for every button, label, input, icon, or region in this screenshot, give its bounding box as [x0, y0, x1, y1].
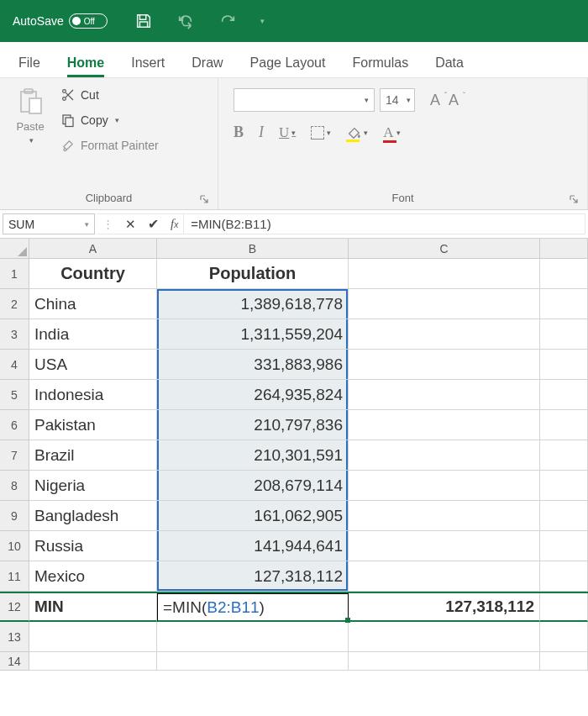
cell[interactable]: Mexico — [29, 561, 157, 592]
redo-button[interactable] — [218, 12, 237, 30]
cell[interactable] — [540, 531, 588, 561]
cell[interactable] — [29, 652, 157, 671]
row-header[interactable]: 14 — [0, 652, 29, 671]
cell[interactable] — [349, 622, 540, 652]
cell[interactable]: 1,389,618,778 — [157, 289, 349, 319]
row-header[interactable]: 5 — [0, 380, 29, 410]
row-header[interactable]: 12 — [0, 593, 29, 622]
save-button[interactable] — [134, 12, 153, 30]
row-header[interactable]: 13 — [0, 622, 29, 652]
tab-draw[interactable]: Draw — [192, 55, 223, 77]
cell[interactable] — [157, 652, 349, 671]
tab-file[interactable]: File — [18, 55, 40, 77]
cell[interactable]: 141,944,641 — [157, 531, 349, 561]
row-header[interactable]: 7 — [0, 440, 29, 471]
cell[interactable] — [540, 380, 588, 410]
cell[interactable] — [349, 561, 540, 592]
format-painter-button[interactable]: Format Painter — [57, 135, 162, 155]
tab-home[interactable]: Home — [67, 55, 104, 77]
cell[interactable] — [349, 440, 540, 471]
cell[interactable] — [540, 289, 588, 319]
cell[interactable] — [349, 380, 540, 410]
cell[interactable]: 331,883,986 — [157, 350, 349, 380]
cell[interactable] — [540, 319, 588, 350]
cell[interactable] — [349, 652, 540, 671]
copy-button[interactable]: Copy ▾ — [57, 110, 162, 130]
dialog-launcher-icon[interactable] — [199, 194, 209, 204]
underline-button[interactable]: U ▾ — [279, 124, 296, 141]
font-name-dropdown[interactable]: ▾ — [234, 88, 375, 112]
tab-formulas[interactable]: Formulas — [352, 55, 408, 77]
cell[interactable]: USA — [29, 350, 157, 380]
undo-button[interactable] — [176, 12, 195, 30]
cell[interactable] — [349, 531, 540, 561]
cell[interactable] — [157, 622, 349, 652]
cell[interactable]: Bangladesh — [29, 501, 157, 531]
cell[interactable] — [349, 471, 540, 501]
cell[interactable]: China — [29, 289, 157, 319]
spreadsheet-grid[interactable]: A B C 1 Country Population 2 China 1,389… — [0, 239, 588, 671]
cell[interactable] — [349, 501, 540, 531]
font-size-dropdown[interactable]: 14▾ — [380, 88, 415, 112]
cell[interactable] — [349, 289, 540, 319]
row-header[interactable]: 8 — [0, 471, 29, 501]
cell[interactable] — [349, 410, 540, 440]
row-header[interactable]: 3 — [0, 319, 29, 350]
insert-function-button[interactable]: fx — [171, 217, 178, 231]
cell[interactable]: 1,311,559,204 — [157, 319, 349, 350]
row-header[interactable]: 9 — [0, 501, 29, 531]
formula-input[interactable]: =MIN(B2:B11) — [184, 213, 585, 234]
autosave-toggle[interactable]: AutoSave Off — [13, 13, 108, 29]
bold-button[interactable]: B — [234, 124, 244, 141]
row-header[interactable]: 11 — [0, 561, 29, 592]
row-header[interactable]: 2 — [0, 289, 29, 319]
dialog-launcher-icon[interactable] — [569, 194, 579, 204]
cell[interactable]: Indonesia — [29, 380, 157, 410]
cell[interactable] — [540, 350, 588, 380]
cell[interactable]: 210,797,836 — [157, 410, 349, 440]
cell[interactable] — [540, 471, 588, 501]
row-header[interactable]: 1 — [0, 259, 29, 289]
cell[interactable]: Population — [157, 259, 349, 289]
cell[interactable] — [540, 652, 588, 671]
cell[interactable] — [349, 259, 540, 289]
cell[interactable]: 208,679,114 — [157, 471, 349, 501]
qat-customize-button[interactable]: ▾ — [254, 12, 272, 30]
col-header-d[interactable] — [540, 239, 588, 259]
row-header[interactable]: 4 — [0, 350, 29, 380]
name-box[interactable]: SUM ▾ — [3, 213, 95, 234]
cell[interactable] — [29, 622, 157, 652]
cell[interactable]: Nigeria — [29, 471, 157, 501]
cell[interactable]: 127,318,112 — [157, 561, 349, 592]
tab-data[interactable]: Data — [435, 55, 464, 77]
cell[interactable] — [540, 622, 588, 652]
cell[interactable] — [540, 440, 588, 471]
cell[interactable]: 264,935,824 — [157, 380, 349, 410]
cell[interactable]: Country — [29, 259, 157, 289]
enter-button[interactable]: ✔ — [148, 216, 159, 232]
cell[interactable] — [540, 561, 588, 592]
cell[interactable] — [540, 259, 588, 289]
cancel-button[interactable]: ✕ — [125, 217, 136, 232]
cut-button[interactable]: Cut — [57, 85, 162, 105]
increase-font-button[interactable]: Aˆ — [430, 92, 440, 109]
font-color-button[interactable]: A ▾ — [383, 124, 400, 141]
row-header[interactable]: 10 — [0, 531, 29, 561]
cell[interactable] — [349, 350, 540, 380]
col-header-c[interactable]: C — [349, 239, 540, 259]
select-all-button[interactable] — [0, 239, 29, 259]
decrease-font-button[interactable]: Aˇ — [449, 92, 459, 109]
row-header[interactable]: 6 — [0, 410, 29, 440]
cell[interactable]: Russia — [29, 531, 157, 561]
toggle-switch[interactable]: Off — [69, 13, 108, 29]
cell[interactable] — [540, 593, 588, 622]
cell[interactable]: 127,318,112 — [349, 593, 540, 622]
active-cell[interactable]: =MIN(B2:B11) — [157, 593, 349, 622]
paste-button[interactable]: Paste ▾ — [8, 83, 52, 148]
cell[interactable] — [349, 319, 540, 350]
cell[interactable] — [540, 501, 588, 531]
tab-page-layout[interactable]: Page Layout — [250, 55, 326, 77]
cell[interactable]: 161,062,905 — [157, 501, 349, 531]
col-header-b[interactable]: B — [157, 239, 349, 259]
fill-color-button[interactable]: ▾ — [346, 125, 368, 140]
